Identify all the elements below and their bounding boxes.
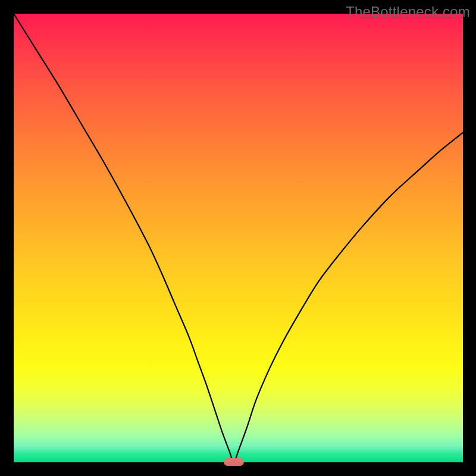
optimal-marker: [224, 458, 243, 466]
bottleneck-curve-layer: [14, 14, 463, 462]
watermark-text: TheBottleneck.com: [346, 4, 470, 20]
chart-frame: TheBottleneck.com: [0, 0, 476, 476]
bottleneck-curve: [14, 14, 463, 462]
